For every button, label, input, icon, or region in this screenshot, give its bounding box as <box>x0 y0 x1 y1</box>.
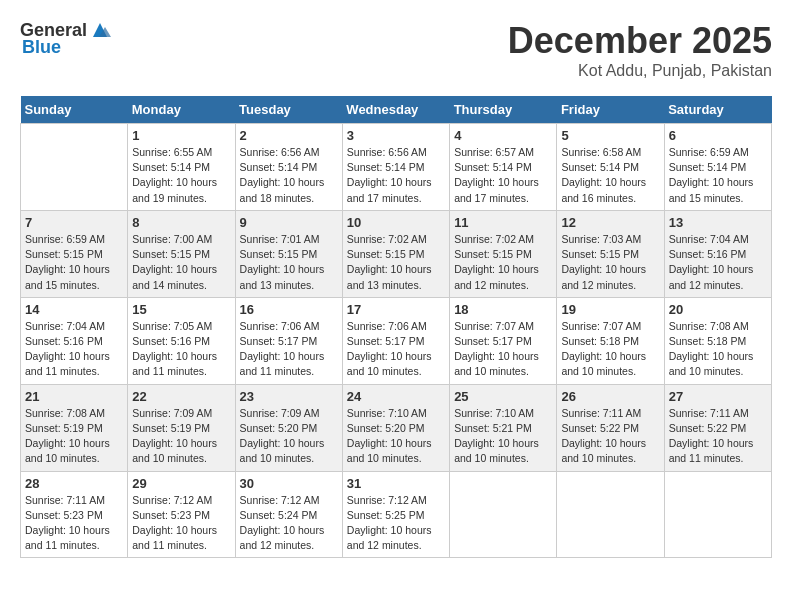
calendar-cell: 2Sunrise: 6:56 AMSunset: 5:14 PMDaylight… <box>235 124 342 211</box>
calendar-cell: 7Sunrise: 6:59 AMSunset: 5:15 PMDaylight… <box>21 210 128 297</box>
weekday-header-tuesday: Tuesday <box>235 96 342 124</box>
day-info: Sunrise: 6:57 AMSunset: 5:14 PMDaylight:… <box>454 145 552 206</box>
day-number: 9 <box>240 215 338 230</box>
calendar-cell: 9Sunrise: 7:01 AMSunset: 5:15 PMDaylight… <box>235 210 342 297</box>
calendar-cell: 15Sunrise: 7:05 AMSunset: 5:16 PMDayligh… <box>128 297 235 384</box>
day-info: Sunrise: 7:12 AMSunset: 5:23 PMDaylight:… <box>132 493 230 554</box>
day-info: Sunrise: 7:09 AMSunset: 5:19 PMDaylight:… <box>132 406 230 467</box>
day-info: Sunrise: 6:59 AMSunset: 5:14 PMDaylight:… <box>669 145 767 206</box>
day-info: Sunrise: 7:03 AMSunset: 5:15 PMDaylight:… <box>561 232 659 293</box>
day-info: Sunrise: 7:11 AMSunset: 5:23 PMDaylight:… <box>25 493 123 554</box>
day-number: 19 <box>561 302 659 317</box>
calendar-week-row: 14Sunrise: 7:04 AMSunset: 5:16 PMDayligh… <box>21 297 772 384</box>
day-info: Sunrise: 7:00 AMSunset: 5:15 PMDaylight:… <box>132 232 230 293</box>
day-info: Sunrise: 7:08 AMSunset: 5:18 PMDaylight:… <box>669 319 767 380</box>
calendar-cell <box>450 471 557 558</box>
weekday-header-monday: Monday <box>128 96 235 124</box>
calendar-cell: 24Sunrise: 7:10 AMSunset: 5:20 PMDayligh… <box>342 384 449 471</box>
month-year-title: December 2025 <box>508 20 772 62</box>
day-number: 2 <box>240 128 338 143</box>
day-info: Sunrise: 7:08 AMSunset: 5:19 PMDaylight:… <box>25 406 123 467</box>
day-info: Sunrise: 7:10 AMSunset: 5:20 PMDaylight:… <box>347 406 445 467</box>
calendar-cell: 19Sunrise: 7:07 AMSunset: 5:18 PMDayligh… <box>557 297 664 384</box>
page-header: General Blue December 2025 Kot Addu, Pun… <box>20 20 772 80</box>
calendar-cell: 30Sunrise: 7:12 AMSunset: 5:24 PMDayligh… <box>235 471 342 558</box>
calendar-cell: 5Sunrise: 6:58 AMSunset: 5:14 PMDaylight… <box>557 124 664 211</box>
calendar-week-row: 7Sunrise: 6:59 AMSunset: 5:15 PMDaylight… <box>21 210 772 297</box>
day-number: 8 <box>132 215 230 230</box>
calendar-cell: 31Sunrise: 7:12 AMSunset: 5:25 PMDayligh… <box>342 471 449 558</box>
calendar-cell: 18Sunrise: 7:07 AMSunset: 5:17 PMDayligh… <box>450 297 557 384</box>
calendar-cell <box>664 471 771 558</box>
day-info: Sunrise: 7:02 AMSunset: 5:15 PMDaylight:… <box>347 232 445 293</box>
day-info: Sunrise: 6:56 AMSunset: 5:14 PMDaylight:… <box>240 145 338 206</box>
day-info: Sunrise: 7:07 AMSunset: 5:18 PMDaylight:… <box>561 319 659 380</box>
day-info: Sunrise: 7:04 AMSunset: 5:16 PMDaylight:… <box>25 319 123 380</box>
day-number: 12 <box>561 215 659 230</box>
logo-icon <box>89 19 111 41</box>
day-number: 29 <box>132 476 230 491</box>
calendar-cell: 10Sunrise: 7:02 AMSunset: 5:15 PMDayligh… <box>342 210 449 297</box>
calendar-cell <box>21 124 128 211</box>
day-info: Sunrise: 7:05 AMSunset: 5:16 PMDaylight:… <box>132 319 230 380</box>
day-number: 30 <box>240 476 338 491</box>
day-number: 31 <box>347 476 445 491</box>
day-info: Sunrise: 7:06 AMSunset: 5:17 PMDaylight:… <box>240 319 338 380</box>
day-number: 10 <box>347 215 445 230</box>
calendar-cell: 28Sunrise: 7:11 AMSunset: 5:23 PMDayligh… <box>21 471 128 558</box>
day-number: 18 <box>454 302 552 317</box>
day-number: 24 <box>347 389 445 404</box>
day-info: Sunrise: 7:07 AMSunset: 5:17 PMDaylight:… <box>454 319 552 380</box>
calendar-week-row: 28Sunrise: 7:11 AMSunset: 5:23 PMDayligh… <box>21 471 772 558</box>
day-info: Sunrise: 6:59 AMSunset: 5:15 PMDaylight:… <box>25 232 123 293</box>
calendar-cell <box>557 471 664 558</box>
weekday-header-wednesday: Wednesday <box>342 96 449 124</box>
day-info: Sunrise: 7:02 AMSunset: 5:15 PMDaylight:… <box>454 232 552 293</box>
day-number: 23 <box>240 389 338 404</box>
calendar-cell: 29Sunrise: 7:12 AMSunset: 5:23 PMDayligh… <box>128 471 235 558</box>
calendar-cell: 22Sunrise: 7:09 AMSunset: 5:19 PMDayligh… <box>128 384 235 471</box>
calendar-cell: 25Sunrise: 7:10 AMSunset: 5:21 PMDayligh… <box>450 384 557 471</box>
logo-blue: Blue <box>22 37 61 58</box>
location-subtitle: Kot Addu, Punjab, Pakistan <box>508 62 772 80</box>
day-number: 27 <box>669 389 767 404</box>
day-number: 13 <box>669 215 767 230</box>
day-info: Sunrise: 6:58 AMSunset: 5:14 PMDaylight:… <box>561 145 659 206</box>
weekday-header-friday: Friday <box>557 96 664 124</box>
calendar-cell: 8Sunrise: 7:00 AMSunset: 5:15 PMDaylight… <box>128 210 235 297</box>
calendar-cell: 11Sunrise: 7:02 AMSunset: 5:15 PMDayligh… <box>450 210 557 297</box>
weekday-header-saturday: Saturday <box>664 96 771 124</box>
day-number: 21 <box>25 389 123 404</box>
day-number: 6 <box>669 128 767 143</box>
day-number: 5 <box>561 128 659 143</box>
calendar-cell: 21Sunrise: 7:08 AMSunset: 5:19 PMDayligh… <box>21 384 128 471</box>
calendar-cell: 6Sunrise: 6:59 AMSunset: 5:14 PMDaylight… <box>664 124 771 211</box>
day-number: 20 <box>669 302 767 317</box>
day-number: 22 <box>132 389 230 404</box>
day-info: Sunrise: 7:12 AMSunset: 5:24 PMDaylight:… <box>240 493 338 554</box>
calendar-cell: 12Sunrise: 7:03 AMSunset: 5:15 PMDayligh… <box>557 210 664 297</box>
calendar-cell: 14Sunrise: 7:04 AMSunset: 5:16 PMDayligh… <box>21 297 128 384</box>
day-info: Sunrise: 7:01 AMSunset: 5:15 PMDaylight:… <box>240 232 338 293</box>
calendar-cell: 16Sunrise: 7:06 AMSunset: 5:17 PMDayligh… <box>235 297 342 384</box>
calendar-cell: 26Sunrise: 7:11 AMSunset: 5:22 PMDayligh… <box>557 384 664 471</box>
weekday-header-thursday: Thursday <box>450 96 557 124</box>
day-info: Sunrise: 7:11 AMSunset: 5:22 PMDaylight:… <box>561 406 659 467</box>
calendar-cell: 17Sunrise: 7:06 AMSunset: 5:17 PMDayligh… <box>342 297 449 384</box>
title-section: December 2025 Kot Addu, Punjab, Pakistan <box>508 20 772 80</box>
day-info: Sunrise: 6:56 AMSunset: 5:14 PMDaylight:… <box>347 145 445 206</box>
day-number: 26 <box>561 389 659 404</box>
calendar-week-row: 1Sunrise: 6:55 AMSunset: 5:14 PMDaylight… <box>21 124 772 211</box>
day-number: 16 <box>240 302 338 317</box>
calendar-cell: 4Sunrise: 6:57 AMSunset: 5:14 PMDaylight… <box>450 124 557 211</box>
calendar-cell: 23Sunrise: 7:09 AMSunset: 5:20 PMDayligh… <box>235 384 342 471</box>
day-number: 14 <box>25 302 123 317</box>
calendar-cell: 13Sunrise: 7:04 AMSunset: 5:16 PMDayligh… <box>664 210 771 297</box>
calendar-cell: 3Sunrise: 6:56 AMSunset: 5:14 PMDaylight… <box>342 124 449 211</box>
day-info: Sunrise: 7:09 AMSunset: 5:20 PMDaylight:… <box>240 406 338 467</box>
calendar-cell: 20Sunrise: 7:08 AMSunset: 5:18 PMDayligh… <box>664 297 771 384</box>
day-info: Sunrise: 6:55 AMSunset: 5:14 PMDaylight:… <box>132 145 230 206</box>
day-number: 1 <box>132 128 230 143</box>
calendar-table: SundayMondayTuesdayWednesdayThursdayFrid… <box>20 96 772 558</box>
calendar-week-row: 21Sunrise: 7:08 AMSunset: 5:19 PMDayligh… <box>21 384 772 471</box>
